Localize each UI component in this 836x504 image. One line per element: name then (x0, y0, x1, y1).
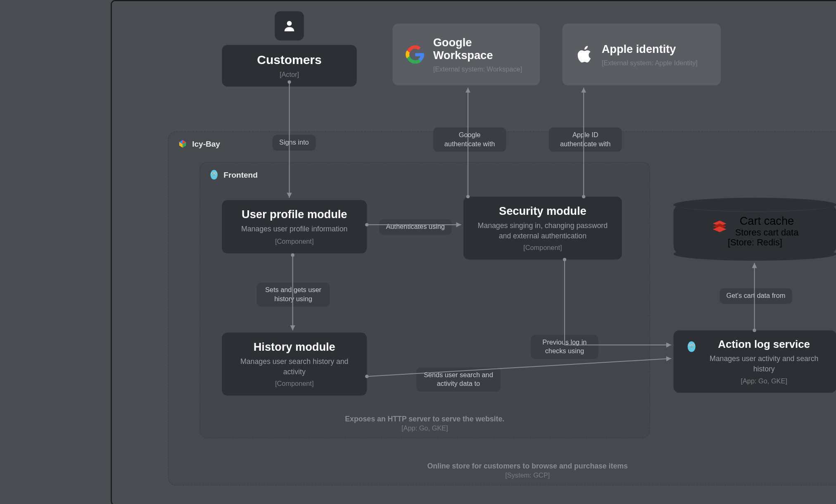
history-module-node: History module Manages user search histo… (222, 333, 367, 395)
apple-identity-node: Apple identity [External system: Apple I… (562, 24, 721, 86)
security-desc: Manages singing in, changing password an… (476, 221, 610, 240)
edge-sends-search-activity: Sends user search and activity data to (416, 367, 501, 392)
user-profile-module-node: User profile module Manages user profile… (222, 200, 367, 253)
cart-cache-meta: [Store: Redis] (686, 238, 824, 247)
redis-icon (712, 219, 727, 233)
google-logo-icon (405, 45, 425, 64)
security-title: Security module (476, 204, 610, 217)
customers-meta: [Actor] (234, 71, 344, 78)
google-meta: [External system: Workspace] (433, 65, 527, 73)
system-name: Icy-Bay (192, 139, 220, 148)
history-desc: Manages user search history and activity (234, 357, 354, 377)
svg-point-3 (212, 173, 213, 174)
svg-point-11 (693, 345, 694, 345)
architecture-diagram: Icy-Bay Online store for customers to br… (111, 0, 836, 504)
customers-title: Customers (234, 53, 344, 67)
apple-meta: [External system: Apple Identity] (602, 59, 708, 67)
svg-point-4 (215, 173, 216, 174)
action-log-meta: [App: Go, GKE] (704, 377, 824, 385)
gopher-icon (209, 169, 219, 180)
system-footer-meta: [System: GCP] (169, 471, 836, 479)
customers-node: Customers [Actor] (222, 45, 356, 87)
cart-cache-desc: Stores cart data (735, 228, 799, 238)
google-title: Google Workspace (433, 36, 527, 62)
user-profile-desc: Manages user profile information (234, 224, 354, 234)
apple-title: Apple identity (602, 43, 708, 55)
svg-point-6 (287, 21, 292, 26)
person-icon (282, 19, 297, 33)
gcp-icon (178, 139, 188, 149)
frontend-footer-meta: [App: Go, GKE] (200, 424, 649, 432)
security-module-node: Security module Manages singing in, chan… (463, 197, 622, 259)
edge-prev-login-checks: Previous log in checks using (531, 335, 598, 359)
frontend-name: Frontend (223, 170, 257, 179)
user-profile-meta: [Component] (234, 238, 354, 245)
action-log-desc: Manages user activity and search history (704, 354, 824, 374)
customers-actor-icon (275, 11, 304, 40)
action-log-title: Action log service (704, 338, 824, 351)
edge-gets-cart-data: Get's cart data from (720, 288, 792, 304)
cart-cache-title: Cart cache (735, 215, 799, 228)
svg-point-10 (689, 345, 690, 345)
cart-cache-store: Cart cache Stores cart data [Store: Redi… (674, 204, 836, 254)
edge-sets-gets-history: Sets and gets user history using (257, 283, 330, 307)
system-footer-desc: Online store for customers to browse and… (169, 462, 836, 470)
edge-google-auth: Google authenticate with (433, 128, 506, 152)
action-log-service-node: Action log service Manages user activity… (674, 330, 836, 393)
svg-point-12 (691, 347, 692, 348)
gopher-icon (686, 340, 697, 353)
edge-signs-into: Signs into (273, 135, 316, 150)
history-meta: [Component] (234, 380, 354, 388)
google-workspace-node: Google Workspace [External system: Works… (393, 24, 540, 86)
apple-logo-icon (575, 45, 594, 64)
frontend-footer-desc: Exposes an HTTP server to serve the webs… (200, 415, 649, 423)
edge-authenticates-using: Authenticates using (379, 219, 451, 235)
edge-apple-auth: Apple ID authenticate with (549, 128, 622, 152)
svg-point-5 (213, 175, 215, 176)
history-title: History module (234, 340, 354, 353)
security-meta: [Component] (476, 244, 610, 252)
user-profile-title: User profile module (234, 208, 354, 221)
